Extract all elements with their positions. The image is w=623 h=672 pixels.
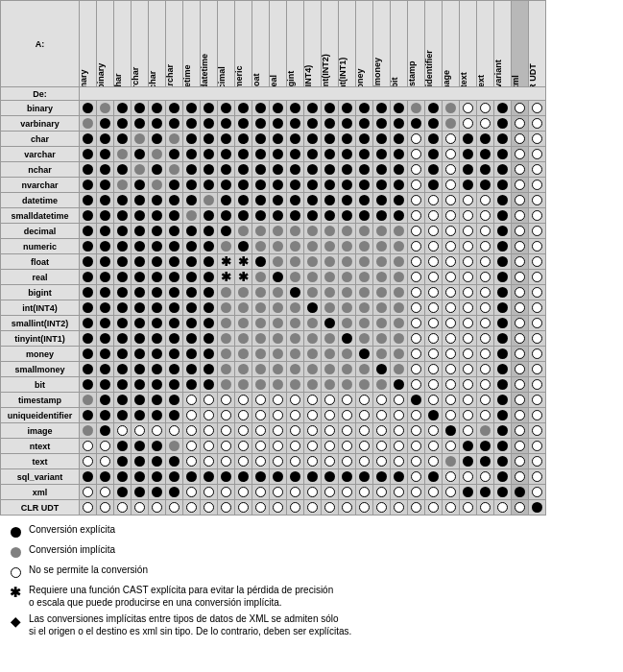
cell-14-13 bbox=[304, 316, 322, 331]
white-dot-icon bbox=[463, 348, 473, 359]
black-dot-icon bbox=[204, 364, 214, 374]
white-dot-icon bbox=[532, 164, 542, 175]
gray-dot-icon bbox=[324, 333, 335, 344]
white-dot-icon bbox=[11, 567, 21, 578]
cell-13-0 bbox=[80, 300, 97, 316]
gray-dot-icon bbox=[324, 287, 335, 298]
black-dot-icon bbox=[186, 180, 197, 190]
white-dot-icon bbox=[463, 502, 473, 513]
white-dot-icon bbox=[411, 456, 421, 467]
gray-dot-icon bbox=[238, 226, 249, 236]
black-dot-icon bbox=[117, 318, 128, 328]
cell-0-23 bbox=[477, 101, 494, 116]
black-dot-icon bbox=[497, 364, 508, 374]
cell-15-13 bbox=[304, 331, 322, 347]
cell-7-7 bbox=[201, 208, 218, 224]
cell-22-4 bbox=[149, 439, 166, 454]
cell-16-18 bbox=[391, 347, 408, 362]
white-dot-icon bbox=[428, 302, 439, 313]
white-dot-icon bbox=[394, 487, 404, 497]
white-dot-icon bbox=[463, 364, 473, 374]
cell-10-22 bbox=[460, 254, 477, 270]
cell-10-5 bbox=[166, 254, 183, 270]
white-dot-icon bbox=[532, 318, 542, 328]
cell-20-15 bbox=[339, 408, 356, 423]
black-dot-icon bbox=[428, 118, 439, 129]
cell-25-7 bbox=[201, 485, 218, 500]
cell-12-11 bbox=[270, 285, 287, 300]
cell-21-4 bbox=[149, 423, 166, 439]
cell-22-21 bbox=[443, 439, 460, 454]
cell-6-18 bbox=[391, 193, 408, 208]
cell-9-8 bbox=[218, 239, 235, 254]
cell-4-16 bbox=[356, 162, 373, 178]
white-dot-icon bbox=[411, 471, 421, 482]
black-dot-icon bbox=[100, 364, 110, 374]
cell-0-21 bbox=[443, 101, 460, 116]
black-dot-icon bbox=[134, 364, 145, 374]
legend-white-text: No se permite la conversión bbox=[29, 564, 148, 576]
white-dot-icon bbox=[411, 210, 421, 221]
black-dot-icon bbox=[376, 195, 387, 205]
cell-26-3 bbox=[132, 500, 149, 516]
cell-11-24 bbox=[494, 270, 512, 285]
black-dot-icon bbox=[186, 272, 197, 282]
black-dot-icon bbox=[359, 180, 370, 190]
cell-24-26 bbox=[529, 469, 546, 485]
black-dot-icon bbox=[204, 471, 214, 482]
cell-6-3 bbox=[132, 193, 149, 208]
white-dot-icon bbox=[255, 441, 266, 451]
cell-21-3 bbox=[132, 423, 149, 439]
cell-21-8 bbox=[218, 423, 235, 439]
cell-17-2 bbox=[114, 362, 132, 377]
white-dot-icon bbox=[376, 425, 387, 436]
gray-dot-icon bbox=[255, 302, 266, 313]
cell-17-23 bbox=[477, 362, 494, 377]
cell-17-10 bbox=[252, 362, 270, 377]
black-dot-icon bbox=[238, 195, 249, 205]
black-dot-icon bbox=[186, 195, 197, 205]
cell-15-26 bbox=[529, 331, 546, 347]
black-dot-icon bbox=[324, 195, 335, 205]
cell-19-20 bbox=[425, 393, 443, 408]
cell-19-9 bbox=[235, 393, 252, 408]
black-dot-icon bbox=[497, 149, 508, 159]
black-dot-icon bbox=[152, 210, 162, 221]
white-dot-icon bbox=[100, 456, 110, 467]
cell-23-14 bbox=[322, 454, 339, 469]
row-label-nvarchar: nvarchar bbox=[1, 178, 80, 193]
cell-16-3 bbox=[132, 347, 149, 362]
black-dot-icon bbox=[186, 364, 197, 374]
cell-21-5 bbox=[166, 423, 183, 439]
black-dot-icon bbox=[186, 287, 197, 298]
cell-0-1 bbox=[97, 101, 114, 116]
black-dot-icon bbox=[134, 456, 145, 467]
cell-17-17 bbox=[373, 362, 391, 377]
cell-23-24 bbox=[494, 454, 512, 469]
white-dot-icon bbox=[411, 441, 421, 451]
cell-4-12 bbox=[287, 162, 304, 178]
gray-dot-icon bbox=[324, 302, 335, 313]
black-dot-icon bbox=[204, 379, 214, 390]
cell-6-26 bbox=[529, 193, 546, 208]
cell-12-16 bbox=[356, 285, 373, 300]
cell-22-13 bbox=[304, 439, 322, 454]
white-dot-icon bbox=[411, 226, 421, 236]
gray-dot-icon bbox=[376, 302, 387, 313]
cell-12-20 bbox=[425, 285, 443, 300]
cell-16-19 bbox=[408, 347, 425, 362]
white-dot-icon bbox=[428, 379, 439, 390]
black-dot-icon bbox=[152, 133, 162, 144]
gray-dot-icon bbox=[290, 348, 300, 359]
cell-12-1 bbox=[97, 285, 114, 300]
white-dot-icon bbox=[463, 118, 473, 129]
white-dot-icon bbox=[480, 333, 491, 344]
cell-26-17 bbox=[373, 500, 391, 516]
cell-18-26 bbox=[529, 377, 546, 393]
white-dot-icon bbox=[445, 272, 456, 282]
cell-4-4 bbox=[149, 162, 166, 178]
cell-16-15 bbox=[339, 347, 356, 362]
white-dot-icon bbox=[411, 348, 421, 359]
black-dot-icon bbox=[255, 210, 266, 221]
black-dot-icon bbox=[463, 180, 473, 190]
